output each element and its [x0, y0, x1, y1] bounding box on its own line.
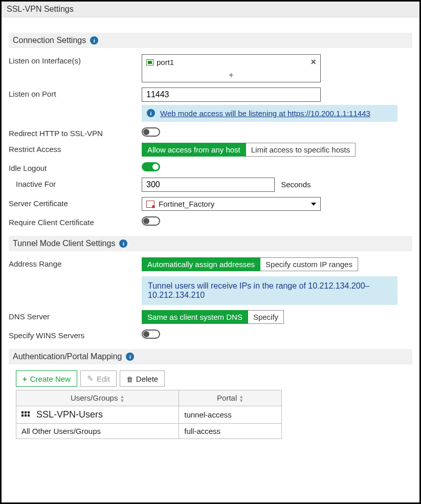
user-group-cell: SSL-VPN-Users [36, 409, 103, 420]
dns-same-option[interactable]: Same as client system DNS [142, 310, 248, 324]
address-range-info-panel: Tunnel users will receive IPs in the ran… [142, 276, 397, 305]
specify-wins-label: Specify WINS Servers [9, 329, 142, 340]
plus-icon [23, 375, 27, 383]
require-client-cert-label: Require Client Certificate [9, 216, 142, 227]
portal-cell: full-access [179, 424, 282, 439]
edit-button[interactable]: Edit [80, 370, 117, 387]
create-new-button[interactable]: Create New [16, 370, 77, 387]
portal-cell: tunnel-access [179, 406, 282, 424]
interface-chip: port1 × [142, 55, 320, 70]
sort-icon: ▲▼ [239, 395, 243, 403]
address-range-custom-option[interactable]: Specify custom IP ranges [260, 257, 358, 271]
info-icon[interactable]: i [90, 36, 98, 45]
dns-specify-option[interactable]: Specify [248, 310, 284, 324]
group-icon [21, 411, 31, 419]
trash-icon [126, 375, 133, 383]
auth-mapping-label: Authentication/Portal Mapping [13, 352, 122, 361]
restrict-access-segmented: Allow access from any host Limit access … [142, 143, 356, 157]
inactive-for-suffix: Seconds [281, 178, 311, 189]
inactive-for-label: Inactive For [9, 178, 142, 188]
certificate-icon [146, 201, 154, 208]
user-group-cell: All Other Users/Groups [16, 424, 179, 439]
restrict-access-label: Restrict Access [9, 143, 142, 154]
require-client-cert-toggle[interactable] [142, 216, 160, 226]
create-new-label: Create New [30, 375, 71, 383]
listen-interfaces-label: Listen on Interface(s) [9, 54, 142, 65]
tunnel-settings-header: Tunnel Mode Client Settings i [9, 236, 412, 251]
redirect-http-label: Redirect HTTP to SSL-VPN [9, 127, 142, 138]
idle-logout-label: Idle Logout [9, 162, 142, 172]
interface-name: port1 [157, 58, 174, 67]
address-range-segmented: Automatically assign addresses Specify c… [142, 257, 358, 271]
web-mode-info-panel: i Web mode access will be listening at h… [142, 105, 397, 122]
address-range-auto-option[interactable]: Automatically assign addresses [142, 257, 260, 271]
connection-settings-header: Connection Settings i [9, 33, 412, 48]
auth-mapping-table: Users/Groups▲▼ Portal▲▼ SSL-VPN-Users tu [16, 390, 282, 439]
delete-label: Delete [136, 375, 158, 383]
idle-logout-toggle[interactable] [142, 162, 160, 171]
pencil-icon [87, 374, 94, 383]
auth-mapping-header: Authentication/Portal Mapping i [9, 349, 412, 364]
listen-interfaces-field[interactable]: port1 × + [142, 54, 321, 82]
server-certificate-select[interactable]: Fortinet_Factory [142, 197, 321, 211]
dns-server-segmented: Same as client system DNS Specify [142, 310, 284, 324]
server-certificate-label: Server Certificate [9, 197, 142, 208]
specify-wins-toggle[interactable] [142, 330, 160, 339]
chevron-down-icon [311, 203, 316, 206]
inactive-for-input[interactable] [142, 178, 275, 192]
users-groups-column-header[interactable]: Users/Groups▲▼ [16, 390, 179, 406]
tunnel-settings-label: Tunnel Mode Client Settings [13, 239, 115, 248]
listen-port-label: Listen on Port [9, 87, 142, 98]
info-icon[interactable]: i [126, 353, 134, 361]
table-row[interactable]: SSL-VPN-Users tunnel-access [16, 406, 282, 424]
edit-label: Edit [97, 375, 110, 383]
web-mode-link[interactable]: Web mode access will be listening at htt… [160, 109, 370, 118]
page-title: SSL-VPN Settings [2, 2, 419, 17]
add-interface-button[interactable]: + [142, 70, 320, 82]
dns-server-label: DNS Server [9, 310, 142, 321]
address-range-label: Address Range [9, 257, 142, 268]
server-certificate-value: Fortinet_Factory [159, 200, 214, 208]
sort-icon: ▲▼ [120, 395, 124, 403]
interface-icon [146, 59, 153, 65]
portal-column-header[interactable]: Portal▲▼ [179, 390, 282, 406]
delete-button[interactable]: Delete [120, 370, 165, 387]
info-icon[interactable]: i [119, 239, 127, 248]
restrict-specific-option[interactable]: Limit access to specific hosts [246, 143, 356, 157]
connection-settings-label: Connection Settings [13, 36, 86, 45]
table-row[interactable]: All Other Users/Groups full-access [16, 424, 282, 439]
info-icon: i [147, 109, 155, 117]
listen-port-input[interactable] [142, 87, 321, 102]
redirect-http-toggle[interactable] [142, 127, 160, 137]
restrict-any-option[interactable]: Allow access from any host [142, 143, 246, 157]
remove-interface-icon[interactable]: × [311, 57, 316, 68]
